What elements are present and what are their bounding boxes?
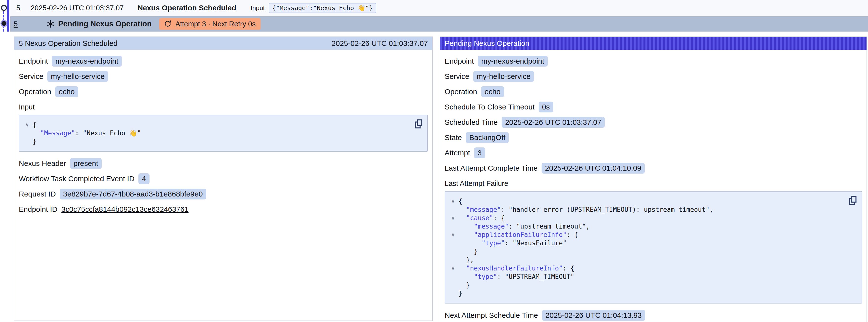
code-line: "type": "NexusFailure" [447,239,844,247]
field-value-chip: 4 [138,173,150,184]
code-line: "Message": "Nexus Echo 👋" [22,129,410,137]
code-text: "type": "UPSTREAM_TIMEOUT" [458,272,575,281]
code-line: } [447,289,844,298]
code-text: "Message": "Nexus Echo 👋" [33,129,141,137]
field-label: Service [19,72,43,80]
code-line: "message": "handler error (UPSTREAM_TIME… [447,205,844,214]
event-row-pending-nexus-operation[interactable]: 5 Pending Nexus Operation Attempt 3 · Ne… [10,16,868,32]
code-line: ∨{ [447,197,844,205]
code-gutter [447,239,458,247]
code-line: } [447,247,844,256]
event-input-value-chip: {"Message":"Nexus Echo 👋"} [269,3,376,13]
field-row: Attempt3 [444,148,862,158]
code-gutter [447,222,458,230]
field-row: Next Attempt Schedule Time2025-02-26 UTC… [444,310,862,321]
failure-code-block: ∨{ "message": "handler error (UPSTREAM_T… [444,191,862,303]
code-text: }, [458,256,474,264]
event-id-link[interactable]: 5 [13,20,18,28]
timeline-node-open-circle-icon [1,5,7,11]
field-label: Operation [19,88,51,96]
event-row-nexus-operation-scheduled[interactable]: 5 2025-02-26 UTC 01:03:37.07 Nexus Opera… [10,0,868,16]
field-value-chip: my-nexus-endpoint [52,56,122,67]
failure-section-label: Last Attempt Failure [444,180,862,188]
field-row: Operationecho [444,86,862,97]
field-label: Operation [444,88,477,96]
collapse-chevron-icon[interactable]: ∨ [447,230,458,239]
field-row: Scheduled Time2025-02-26 UTC 01:03:37.07 [444,117,862,128]
event-title: Nexus Operation Scheduled [137,4,236,12]
field-label: State [444,133,462,142]
code-text: "nexusHandlerFailureInfo": { [458,264,575,272]
timeline-bar [7,0,9,32]
left-panel-details: Nexus HeaderpresentWorkflow Task Complet… [19,158,428,215]
field-row: Last Attempt Complete Time2025-02-26 UTC… [444,163,862,173]
field-value-chip: echo [55,86,78,97]
field-row: Endpointmy-nexus-endpoint [19,56,428,67]
field-label: Scheduled Time [444,118,498,127]
pending-asterisk-icon [46,20,55,28]
field-row: StateBackingOff [444,132,862,143]
field-value-chip: my-hello-service [473,71,534,82]
copy-icon[interactable] [848,195,858,206]
field-label: Schedule To Close Timeout [444,103,535,111]
field-value-chip: 3e829b7e-7d67-4b08-aad3-b1e868bfe9e0 [60,189,206,199]
collapse-chevron-icon[interactable]: ∨ [447,197,458,205]
code-gutter [447,247,458,256]
code-gutter [447,289,458,298]
code-gutter [447,205,458,214]
code-text: "applicationFailureInfo": { [458,230,578,239]
field-value-chip: 2025-02-26 UTC 01:03:37.07 [502,117,605,128]
field-value-chip: my-hello-service [48,71,108,82]
code-text: } [33,137,36,146]
code-line: ∨ "applicationFailureInfo": { [447,230,844,239]
field-row: Endpointmy-nexus-endpoint [444,56,862,67]
field-label: Endpoint [19,57,48,65]
left-panel-header: 5 Nexus Operation Scheduled 2025-02-26 U… [14,37,432,50]
field-label: Request ID [19,190,56,198]
code-text: { [33,121,36,129]
field-value-chip: 0s [538,102,553,112]
field-value-link[interactable]: 3c0c75ccfa8144b092c13ce632463761 [61,205,188,214]
input-code-block: ∨{ "Message": "Nexus Echo 👋"} [19,115,428,152]
retry-attempt-badge: Attempt 3 · Next Retry 0s [159,18,261,30]
code-text: } [458,247,478,256]
field-value-chip: present [70,158,102,169]
field-row: Endpoint ID3c0c75ccfa8144b092c13ce632463… [19,204,428,215]
code-text: } [458,281,470,289]
code-gutter [22,129,33,137]
retry-icon [164,20,172,28]
field-value-chip: echo [481,86,504,97]
code-gutter [447,272,458,281]
code-line: }, [447,256,844,264]
left-panel-header-title: 5 Nexus Operation Scheduled [19,39,118,47]
collapse-chevron-icon[interactable]: ∨ [447,264,458,272]
collapse-chevron-icon[interactable]: ∨ [22,121,33,129]
code-line: ∨ "cause": { [447,214,844,222]
field-label: Endpoint ID [19,205,58,214]
code-line: } [447,281,844,289]
field-value-chip: my-nexus-endpoint [478,56,548,67]
event-input-label: Input [251,4,265,12]
code-gutter [447,256,458,264]
field-label: Nexus Header [19,159,66,168]
event-timestamp: 2025-02-26 UTC 01:03:37.07 [31,4,124,12]
field-value-chip: 3 [474,148,485,158]
retry-badge-text: Attempt 3 · Next Retry 0s [176,20,256,28]
code-text: "message": "upstream timeout", [458,222,590,230]
copy-icon[interactable] [413,119,424,129]
event-id-link[interactable]: 5 [16,4,20,12]
collapse-chevron-icon[interactable]: ∨ [447,214,458,222]
code-text: "message": "handler error (UPSTREAM_TIME… [458,205,713,214]
pending-title: Pending Nexus Operation [58,20,152,28]
left-panel-fields: Endpointmy-nexus-endpointServicemy-hello… [19,56,428,97]
field-row: Workflow Task Completed Event ID4 [19,173,428,184]
code-line: } [22,137,410,146]
field-row: Servicemy-hello-service [19,71,428,82]
code-line: ∨ "nexusHandlerFailureInfo": { [447,264,844,272]
field-value-chip: 2025-02-26 UTC 01:04:10.09 [541,163,645,173]
field-row: Nexus Headerpresent [19,158,428,169]
code-text: } [458,289,462,298]
field-row: Servicemy-hello-service [444,71,862,82]
field-value-chip: BackingOff [466,132,509,143]
field-label: Last Attempt Complete Time [444,164,538,172]
